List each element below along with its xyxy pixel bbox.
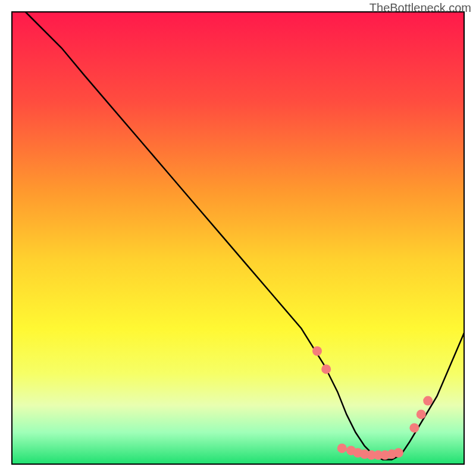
marker-dot <box>423 396 433 406</box>
watermark-text: TheBottleneck.com <box>369 1 471 15</box>
plot-background <box>12 12 464 464</box>
plot-area <box>12 12 464 464</box>
marker-dot <box>321 364 331 374</box>
bottleneck-chart <box>0 0 476 476</box>
marker-dot <box>312 346 322 356</box>
marker-dot <box>394 448 403 458</box>
chart-container: TheBottleneck.com <box>0 0 476 476</box>
marker-dot <box>337 443 347 453</box>
marker-dot <box>409 423 419 433</box>
marker-dot <box>416 409 426 419</box>
